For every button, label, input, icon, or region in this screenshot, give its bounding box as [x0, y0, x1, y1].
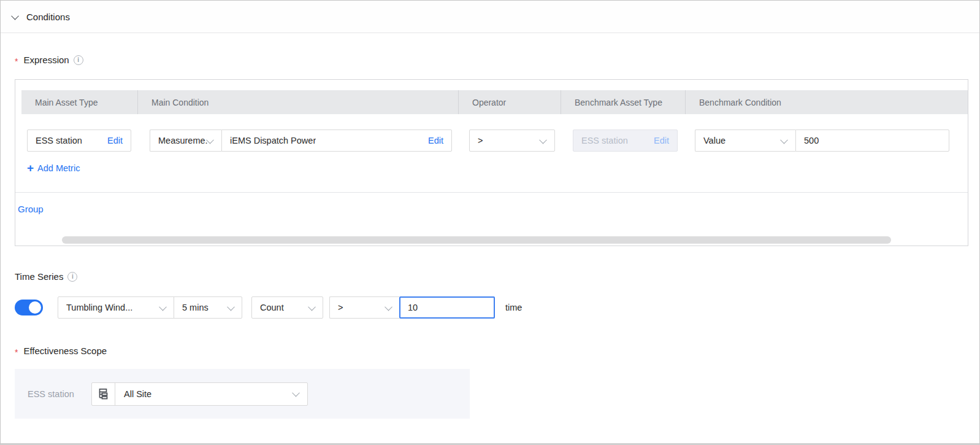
main-condition-metric-value: iEMS Dispatch Power — [222, 136, 316, 145]
expression-table-header: Main Asset Type Main Condition Operator … — [21, 90, 968, 114]
benchmark-value-input[interactable]: 500 — [795, 130, 949, 152]
add-metric-button[interactable]: + Add Metric — [27, 162, 80, 174]
scope-asset-type-label: ESS station — [28, 389, 91, 399]
main-condition-type-value: Measureme... — [150, 136, 207, 145]
threshold-input[interactable]: 10 — [399, 296, 495, 319]
ts-operator-select[interactable]: > — [329, 296, 399, 319]
time-series-controls: Tumbling Wind... 5 mins Count > 10 time — [15, 296, 522, 319]
time-series-toggle[interactable] — [15, 300, 43, 315]
site-select[interactable]: All Site — [115, 383, 307, 405]
scope-selector-group: All Site — [91, 382, 308, 406]
chevron-down-icon — [780, 136, 788, 144]
chevron-down-icon — [159, 303, 167, 311]
horizontal-scrollbar[interactable] — [62, 236, 891, 244]
interval-select[interactable]: 5 mins — [174, 297, 242, 318]
group-link[interactable]: Group — [18, 204, 44, 214]
chevron-down-icon — [308, 303, 316, 311]
window-group: Tumbling Wind... 5 mins — [58, 296, 242, 319]
window-type-value: Tumbling Wind... — [58, 303, 132, 312]
chevron-down-icon — [206, 136, 214, 144]
main-condition-metric-field: iEMS Dispatch Power Edit — [221, 130, 452, 152]
main-asset-type-value: ESS station — [28, 136, 82, 145]
expression-table-row: ESS station Edit Measureme... iEMS Dispa… — [15, 114, 968, 193]
main-asset-type-edit-link[interactable]: Edit — [107, 136, 123, 145]
operator-select[interactable]: > — [469, 130, 555, 152]
aggregator-value: Count — [252, 303, 284, 312]
chevron-down-icon — [539, 136, 547, 144]
threshold-value: 10 — [408, 303, 418, 312]
expression-table: Main Asset Type Main Condition Operator … — [15, 79, 968, 246]
col-header-main-condition: Main Condition — [137, 90, 458, 114]
interval-value: 5 mins — [174, 303, 209, 312]
add-metric-label: Add Metric — [37, 163, 80, 173]
conditions-header[interactable]: Conditions — [1, 1, 979, 33]
time-series-label: Time Series — [15, 271, 63, 282]
table-top-spacer — [15, 80, 968, 90]
window-type-select[interactable]: Tumbling Wind... — [58, 297, 174, 318]
effectiveness-scope-label-row: * Effectiveness Scope — [15, 346, 107, 356]
required-asterisk: * — [15, 347, 18, 357]
effectiveness-scope-label: Effectiveness Scope — [23, 346, 107, 356]
chevron-down-icon — [292, 389, 300, 397]
expression-group-row: Group — [15, 193, 968, 246]
col-header-main-asset-type: Main Asset Type — [21, 90, 137, 114]
required-asterisk: * — [15, 56, 18, 66]
tree-structure-icon — [98, 388, 109, 400]
main-condition-type-select[interactable]: Measureme... — [150, 130, 221, 152]
chevron-down-icon[interactable] — [11, 12, 19, 20]
expression-label-row: * Expression i — [15, 55, 83, 65]
effectiveness-scope-panel: ESS station All Site — [15, 369, 470, 419]
chevron-down-icon — [227, 303, 235, 311]
tree-structure-button[interactable] — [92, 383, 115, 405]
benchmark-value: 500 — [796, 136, 819, 145]
col-header-operator: Operator — [458, 90, 561, 114]
time-series-label-row: Time Series i — [15, 271, 77, 282]
aggregator-select[interactable]: Count — [251, 296, 323, 319]
site-select-value: All Site — [115, 389, 151, 399]
conditions-panel: Conditions * Expression i Main Asset Typ… — [0, 0, 980, 445]
toggle-knob — [29, 301, 41, 314]
benchmark-condition-type-select[interactable]: Value — [695, 130, 795, 152]
main-asset-type-field: ESS station Edit — [27, 130, 131, 152]
col-header-benchmark-condition: Benchmark Condition — [685, 90, 968, 114]
col-header-benchmark-asset-type: Benchmark Asset Type — [561, 90, 685, 114]
ts-operator-value: > — [330, 303, 343, 312]
expression-label: Expression — [23, 55, 69, 65]
conditions-title: Conditions — [26, 12, 70, 22]
threshold-unit-label: time — [505, 303, 522, 312]
benchmark-asset-type-edit-link: Edit — [654, 136, 669, 145]
benchmark-condition-type-value: Value — [695, 136, 725, 145]
benchmark-asset-type-field: ESS station Edit — [573, 130, 678, 152]
main-condition-edit-link[interactable]: Edit — [428, 136, 443, 145]
info-icon[interactable]: i — [74, 55, 83, 65]
info-icon[interactable]: i — [67, 272, 77, 282]
operator-value: > — [470, 136, 483, 145]
chevron-down-icon — [385, 303, 392, 311]
benchmark-asset-type-value: ESS station — [573, 136, 628, 145]
plus-icon: + — [27, 162, 34, 174]
